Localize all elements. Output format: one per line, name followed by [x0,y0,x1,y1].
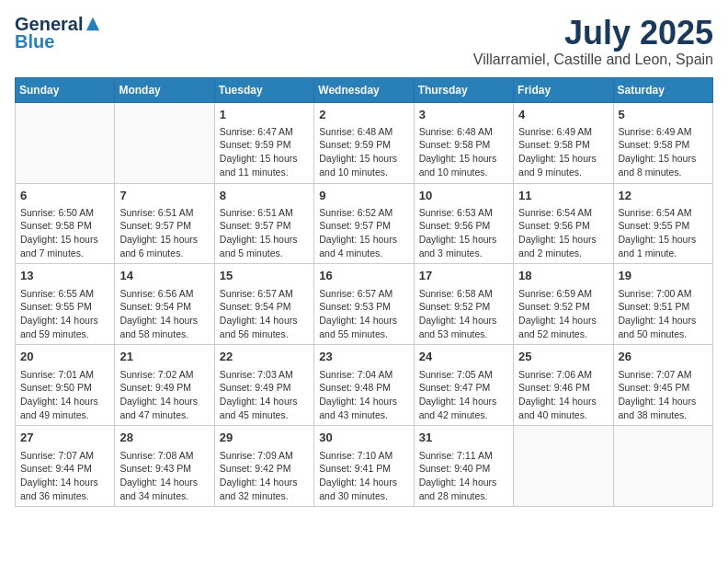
day-info: Sunrise: 6:47 AMSunset: 9:59 PMDaylight:… [220,125,309,179]
calendar-cell: 11Sunrise: 6:54 AMSunset: 9:56 PMDayligh… [514,183,613,264]
day-number: 27 [20,430,109,446]
page-subtitle: Villarramiel, Castille and Leon, Spain [473,52,713,68]
calendar-cell: 16Sunrise: 6:57 AMSunset: 9:53 PMDayligh… [314,264,414,345]
day-info: Sunrise: 7:11 AMSunset: 9:40 PMDaylight:… [419,449,508,503]
day-number: 21 [119,349,209,365]
day-number: 9 [319,188,408,204]
day-number: 6 [20,188,109,204]
calendar-cell: 19Sunrise: 7:00 AMSunset: 9:51 PMDayligh… [613,264,712,345]
day-number: 16 [319,268,408,284]
day-info: Sunrise: 7:07 AMSunset: 9:44 PMDaylight:… [20,449,109,503]
day-info: Sunrise: 7:08 AMSunset: 9:43 PMDaylight:… [119,449,209,503]
day-info: Sunrise: 7:04 AMSunset: 9:48 PMDaylight:… [319,368,408,422]
calendar-cell [16,102,115,183]
weekday-header-saturday: Saturday [613,77,712,102]
day-number: 30 [319,430,408,446]
calendar-week-2: 6Sunrise: 6:50 AMSunset: 9:58 PMDaylight… [16,183,713,264]
calendar-cell: 10Sunrise: 6:53 AMSunset: 9:56 PMDayligh… [414,183,513,264]
day-info: Sunrise: 6:49 AMSunset: 9:58 PMDaylight:… [518,125,608,179]
calendar-cell: 24Sunrise: 7:05 AMSunset: 9:47 PMDayligh… [414,345,513,426]
day-info: Sunrise: 7:02 AMSunset: 9:49 PMDaylight:… [119,368,209,422]
day-number: 10 [419,188,508,204]
calendar-week-3: 13Sunrise: 6:55 AMSunset: 9:55 PMDayligh… [16,264,713,345]
calendar-cell: 13Sunrise: 6:55 AMSunset: 9:55 PMDayligh… [16,264,115,345]
calendar-cell: 6Sunrise: 6:50 AMSunset: 9:58 PMDaylight… [16,183,115,264]
day-number: 28 [119,430,209,446]
day-info: Sunrise: 6:53 AMSunset: 9:56 PMDaylight:… [419,206,508,260]
calendar-cell: 29Sunrise: 7:09 AMSunset: 9:42 PMDayligh… [214,426,313,507]
logo-icon [85,16,101,32]
day-number: 11 [518,188,608,204]
calendar-cell: 30Sunrise: 7:10 AMSunset: 9:41 PMDayligh… [314,426,414,507]
day-number: 2 [319,107,408,123]
day-info: Sunrise: 6:52 AMSunset: 9:57 PMDaylight:… [319,206,408,260]
calendar-cell: 26Sunrise: 7:07 AMSunset: 9:45 PMDayligh… [613,345,712,426]
weekday-header-tuesday: Tuesday [214,77,313,102]
day-number: 13 [20,268,109,284]
logo-blue-text: Blue [15,31,54,52]
weekday-header-sunday: Sunday [16,77,115,102]
day-info: Sunrise: 6:48 AMSunset: 9:59 PMDaylight:… [319,125,408,179]
day-number: 25 [518,349,608,365]
day-info: Sunrise: 6:50 AMSunset: 9:58 PMDaylight:… [20,206,109,260]
calendar-cell: 25Sunrise: 7:06 AMSunset: 9:46 PMDayligh… [514,345,613,426]
day-number: 3 [419,107,508,123]
calendar-week-5: 27Sunrise: 7:07 AMSunset: 9:44 PMDayligh… [16,426,713,507]
calendar-cell: 31Sunrise: 7:11 AMSunset: 9:40 PMDayligh… [414,426,513,507]
day-number: 15 [220,268,309,284]
calendar-cell: 2Sunrise: 6:48 AMSunset: 9:59 PMDaylight… [314,102,414,183]
day-number: 1 [220,107,309,123]
day-number: 5 [619,107,708,123]
day-info: Sunrise: 6:51 AMSunset: 9:57 PMDaylight:… [220,206,309,260]
calendar-cell: 9Sunrise: 6:52 AMSunset: 9:57 PMDaylight… [314,183,414,264]
weekday-header-friday: Friday [514,77,613,102]
day-number: 17 [419,268,508,284]
calendar-cell [115,102,214,183]
day-number: 26 [619,349,708,365]
calendar-body: 1Sunrise: 6:47 AMSunset: 9:59 PMDaylight… [16,102,713,507]
weekday-header-thursday: Thursday [414,77,513,102]
day-info: Sunrise: 7:00 AMSunset: 9:51 PMDaylight:… [619,287,708,341]
calendar-cell: 27Sunrise: 7:07 AMSunset: 9:44 PMDayligh… [16,426,115,507]
day-info: Sunrise: 6:59 AMSunset: 9:52 PMDaylight:… [518,287,608,341]
calendar-cell: 22Sunrise: 7:03 AMSunset: 9:49 PMDayligh… [214,345,313,426]
day-number: 19 [619,268,708,284]
day-info: Sunrise: 6:48 AMSunset: 9:58 PMDaylight:… [419,125,508,179]
calendar-cell: 12Sunrise: 6:54 AMSunset: 9:55 PMDayligh… [613,183,712,264]
day-info: Sunrise: 7:03 AMSunset: 9:49 PMDaylight:… [220,368,309,422]
day-info: Sunrise: 6:58 AMSunset: 9:52 PMDaylight:… [419,287,508,341]
calendar-cell: 4Sunrise: 6:49 AMSunset: 9:58 PMDaylight… [514,102,613,183]
calendar-header: SundayMondayTuesdayWednesdayThursdayFrid… [16,77,713,102]
calendar-week-1: 1Sunrise: 6:47 AMSunset: 9:59 PMDaylight… [16,102,713,183]
day-number: 29 [220,430,309,446]
svg-marker-0 [86,17,99,30]
day-number: 18 [518,268,608,284]
calendar-cell [514,426,613,507]
day-info: Sunrise: 7:06 AMSunset: 9:46 PMDaylight:… [518,368,608,422]
weekday-header-row: SundayMondayTuesdayWednesdayThursdayFrid… [16,77,713,102]
day-number: 24 [419,349,508,365]
day-info: Sunrise: 6:55 AMSunset: 9:55 PMDaylight:… [20,287,109,341]
day-number: 23 [319,349,408,365]
day-info: Sunrise: 6:56 AMSunset: 9:54 PMDaylight:… [119,287,209,341]
calendar-cell [613,426,712,507]
day-number: 4 [518,107,608,123]
day-info: Sunrise: 7:05 AMSunset: 9:47 PMDaylight:… [419,368,508,422]
weekday-header-monday: Monday [115,77,214,102]
day-info: Sunrise: 7:09 AMSunset: 9:42 PMDaylight:… [220,449,309,503]
logo: General Blue [15,15,101,52]
day-info: Sunrise: 6:51 AMSunset: 9:57 PMDaylight:… [119,206,209,260]
calendar-cell: 18Sunrise: 6:59 AMSunset: 9:52 PMDayligh… [514,264,613,345]
day-number: 31 [419,430,508,446]
calendar-cell: 23Sunrise: 7:04 AMSunset: 9:48 PMDayligh… [314,345,414,426]
calendar-cell: 15Sunrise: 6:57 AMSunset: 9:54 PMDayligh… [214,264,313,345]
calendar-table: SundayMondayTuesdayWednesdayThursdayFrid… [15,77,713,508]
page-header: General Blue July 2025 Villarramiel, Cas… [15,15,713,68]
calendar-cell: 3Sunrise: 6:48 AMSunset: 9:58 PMDaylight… [414,102,513,183]
day-number: 12 [619,188,708,204]
logo-general-text: General [15,15,83,33]
calendar-week-4: 20Sunrise: 7:01 AMSunset: 9:50 PMDayligh… [16,345,713,426]
day-number: 7 [119,188,209,204]
day-number: 8 [220,188,309,204]
calendar-cell: 21Sunrise: 7:02 AMSunset: 9:49 PMDayligh… [115,345,214,426]
